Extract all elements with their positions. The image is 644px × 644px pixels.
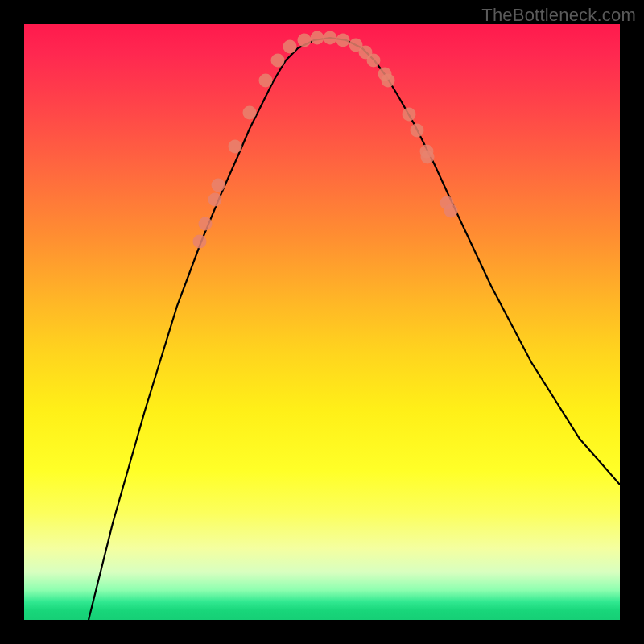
watermark-text: TheBottleneck.com [481, 5, 636, 26]
curve-marker [411, 124, 424, 138]
curve-marker [259, 74, 273, 88]
curve-marker [243, 106, 257, 120]
chart-svg [24, 24, 620, 620]
curve-marker [444, 204, 458, 218]
curve-marker [193, 235, 207, 249]
curve-marker [382, 74, 395, 88]
plot-area [24, 24, 620, 620]
curve-marker [367, 54, 381, 68]
curve-marker [283, 40, 297, 54]
curve-marker [311, 31, 324, 45]
bottleneck-curve [89, 38, 620, 620]
curve-marker [421, 151, 435, 164]
curve-marker [324, 31, 337, 45]
curve-marker [199, 217, 213, 231]
curve-marker [271, 54, 285, 68]
curve-marker [208, 193, 222, 207]
curve-marker [298, 34, 312, 47]
curve-marker [402, 108, 416, 122]
curve-markers [193, 31, 458, 249]
curve-marker [229, 140, 242, 154]
curve-marker [336, 34, 350, 47]
curve-marker [212, 179, 225, 192]
chart-container: TheBottleneck.com [0, 0, 644, 644]
